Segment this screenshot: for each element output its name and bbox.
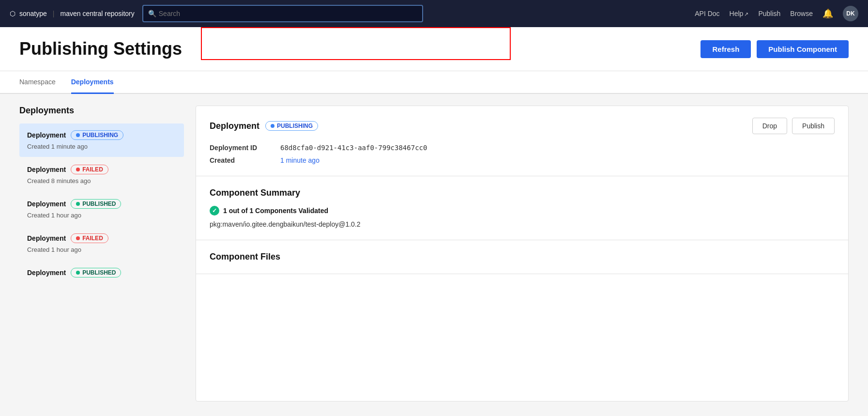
tab-namespace[interactable]: Namespace bbox=[19, 71, 56, 94]
created-label: Created bbox=[210, 156, 273, 164]
deployment-item-4[interactable]: Deployment FAILED Created 1 hour ago bbox=[19, 227, 184, 260]
notification-bell-icon[interactable]: 🔔 bbox=[822, 8, 833, 19]
search-input[interactable] bbox=[143, 6, 422, 21]
deployment-created-4: Created 1 hour ago bbox=[27, 246, 176, 253]
sonatype-icon: ⬡ bbox=[10, 10, 15, 17]
header-actions: Refresh Publish Component bbox=[700, 40, 849, 58]
drop-button[interactable]: Drop bbox=[752, 118, 787, 134]
deployment-id-value: 68d8cfa0-d921-41c3-aaf0-799c38467cc0 bbox=[280, 144, 835, 152]
brand-name: sonatype bbox=[19, 10, 47, 17]
publish-button[interactable]: Publish bbox=[792, 118, 835, 134]
deployment-info-status-badge: PUBLISHING bbox=[265, 121, 318, 131]
page-title: Publishing Settings bbox=[19, 39, 182, 59]
search-icon: 🔍 bbox=[148, 10, 156, 17]
product-name: maven central repository bbox=[60, 10, 134, 17]
search-wrapper[interactable]: 🔍 bbox=[142, 5, 423, 22]
created-value: 1 minute ago bbox=[280, 156, 835, 164]
deployment-item-3[interactable]: Deployment PUBLISHED Created 1 hour ago bbox=[19, 192, 184, 226]
validated-check-icon: ✓ bbox=[210, 206, 219, 216]
publish-link[interactable]: Publish bbox=[758, 10, 780, 17]
badge-dot-2 bbox=[76, 168, 80, 171]
badge-label-1: PUBLISHING bbox=[82, 132, 118, 139]
component-files-section: Component Files bbox=[196, 240, 848, 274]
api-doc-link[interactable]: API Doc bbox=[695, 10, 719, 17]
deployment-info-title-row: Deployment PUBLISHING bbox=[210, 121, 318, 131]
deployment-info-grid: Deployment ID 68d8cfa0-d921-41c3-aaf0-79… bbox=[210, 144, 835, 164]
brand-divider: | bbox=[53, 10, 55, 17]
deployment-status-badge-3: PUBLISHED bbox=[71, 199, 121, 209]
deployment-info-status-label: PUBLISHING bbox=[277, 123, 313, 129]
deployment-status-badge-1: PUBLISHING bbox=[71, 130, 123, 140]
deployments-panel: Deployments Deployment PUBLISHING Create… bbox=[19, 106, 184, 401]
brand-logo: ⬡ sonatype | maven central repository bbox=[10, 10, 135, 17]
badge-dot-1 bbox=[76, 133, 80, 137]
tab-deployments[interactable]: Deployments bbox=[71, 71, 114, 94]
deployment-status-badge-4: FAILED bbox=[71, 233, 108, 243]
deployment-name-3: Deployment bbox=[27, 200, 66, 208]
navbar: ⬡ sonatype | maven central repository 🔍 … bbox=[0, 0, 868, 27]
help-link[interactable]: Help bbox=[730, 10, 749, 17]
page-header: Publishing Settings Refresh Publish Comp… bbox=[0, 27, 868, 71]
component-summary-section: Component Summary ✓ 1 out of 1 Component… bbox=[196, 176, 848, 240]
deployment-item-2[interactable]: Deployment FAILED Created 8 minutes ago bbox=[19, 158, 184, 191]
package-path: pkg:maven/io.gitee.dengbaikun/test-deplo… bbox=[210, 220, 835, 228]
badge-label-2: FAILED bbox=[82, 166, 103, 173]
avatar[interactable]: DK bbox=[843, 6, 858, 21]
badge-dot-3 bbox=[76, 202, 80, 206]
tabs-bar: Namespace Deployments bbox=[0, 71, 868, 94]
deployment-info-panel: Deployment PUBLISHING Drop Publish Deplo… bbox=[196, 106, 849, 401]
deployment-name-1: Deployment bbox=[27, 131, 66, 139]
component-summary-title: Component Summary bbox=[210, 188, 835, 198]
component-files-title: Component Files bbox=[210, 252, 835, 262]
deployment-info-badge-dot bbox=[271, 124, 274, 128]
navbar-links: API Doc Help Publish Browse 🔔 DK bbox=[695, 6, 858, 21]
deployments-panel-title: Deployments bbox=[19, 106, 184, 116]
badge-dot-4 bbox=[76, 236, 80, 240]
deployment-created-2: Created 8 minutes ago bbox=[27, 177, 176, 185]
browse-link[interactable]: Browse bbox=[790, 10, 813, 17]
badge-label-4: FAILED bbox=[82, 235, 103, 242]
deployment-info-header: Deployment PUBLISHING Drop Publish bbox=[210, 118, 835, 134]
deployment-name-4: Deployment bbox=[27, 234, 66, 242]
validated-text: 1 out of 1 Components Validated bbox=[223, 207, 328, 215]
deployment-created-1: Created 1 minute ago bbox=[27, 143, 176, 150]
deployment-item-5[interactable]: Deployment PUBLISHED bbox=[19, 261, 184, 287]
deployment-id-label: Deployment ID bbox=[210, 144, 273, 152]
avatar-initials: DK bbox=[846, 10, 854, 17]
deployment-item-1[interactable]: Deployment PUBLISHING Created 1 minute a… bbox=[19, 123, 184, 157]
badge-label-3: PUBLISHED bbox=[82, 200, 116, 207]
deployment-created-3: Created 1 hour ago bbox=[27, 212, 176, 219]
main-content: Deployments Deployment PUBLISHING Create… bbox=[0, 94, 868, 413]
validated-row: ✓ 1 out of 1 Components Validated bbox=[210, 206, 835, 216]
deployment-action-buttons: Drop Publish bbox=[752, 118, 835, 134]
publish-component-button[interactable]: Publish Component bbox=[757, 40, 849, 58]
deployment-status-badge-5: PUBLISHED bbox=[71, 268, 121, 277]
badge-label-5: PUBLISHED bbox=[82, 269, 116, 276]
deployment-name-5: Deployment bbox=[27, 269, 66, 277]
deployment-info-label: Deployment bbox=[210, 121, 259, 131]
deployment-name-2: Deployment bbox=[27, 166, 66, 173]
badge-dot-5 bbox=[76, 271, 80, 275]
deployment-status-badge-2: FAILED bbox=[71, 165, 108, 174]
refresh-button[interactable]: Refresh bbox=[700, 40, 751, 58]
deployment-info-header-section: Deployment PUBLISHING Drop Publish Deplo… bbox=[196, 106, 848, 176]
